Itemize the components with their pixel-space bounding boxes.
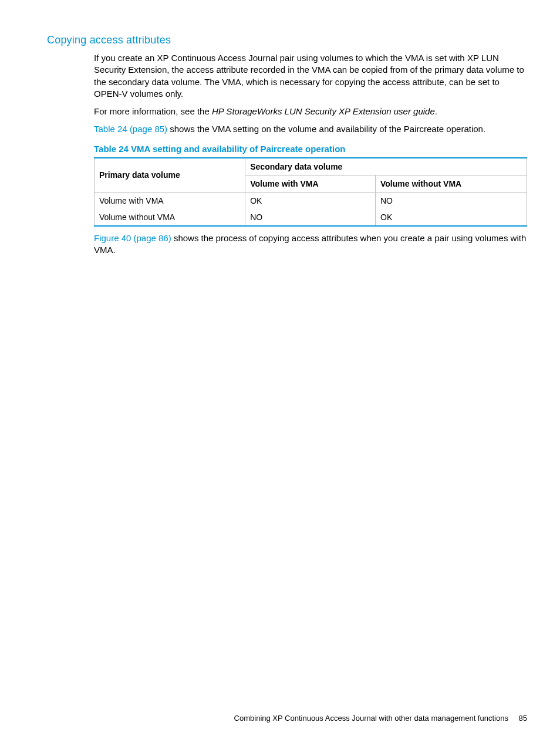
table-row: Volume without VMA NO OK (95, 209, 527, 226)
text: shows the VMA setting on the volume and … (167, 124, 485, 134)
table-caption: Table 24 VMA setting and availability of… (94, 144, 527, 154)
table-ref-link[interactable]: Table 24 (page 85) (94, 124, 167, 134)
col-primary: Primary data volume (95, 158, 245, 193)
cell-primary: Volume without VMA (95, 209, 245, 226)
footer-text: Combining XP Continuous Access Journal w… (234, 714, 508, 723)
paragraph-more-info: For more information, see the HP Storage… (94, 106, 527, 117)
cell-value: NO (376, 192, 527, 209)
col-without-vma: Volume without VMA (376, 175, 527, 192)
paragraph-table-ref: Table 24 (page 85) shows the VMA setting… (94, 123, 527, 135)
cell-value: NO (245, 209, 376, 226)
paragraph-figure-ref: Figure 40 (page 86) shows the process of… (94, 232, 527, 256)
cell-primary: Volume with VMA (95, 192, 245, 209)
text: . (435, 106, 437, 116)
body-block: If you create an XP Continuous Access Jo… (94, 52, 527, 256)
cell-value: OK (376, 209, 527, 226)
col-secondary: Secondary data volume (245, 158, 527, 175)
page: Copying access attributes If you create … (0, 0, 560, 746)
cell-value: OK (245, 192, 376, 209)
section-heading: Copying access attributes (47, 34, 527, 46)
table-row: Volume with VMA OK NO (95, 192, 527, 209)
figure-ref-link[interactable]: Figure 40 (page 86) (94, 233, 171, 243)
paragraph-intro: If you create an XP Continuous Access Jo… (94, 52, 527, 100)
table-header-row: Primary data volume Secondary data volum… (95, 158, 527, 175)
doc-reference: HP StorageWorks LUN Security XP Extensio… (212, 106, 435, 116)
col-with-vma: Volume with VMA (245, 175, 376, 192)
text: For more information, see the (94, 106, 212, 116)
page-footer: Combining XP Continuous Access Journal w… (234, 714, 527, 723)
page-number: 85 (519, 714, 527, 723)
vma-table: Primary data volume Secondary data volum… (94, 157, 527, 227)
